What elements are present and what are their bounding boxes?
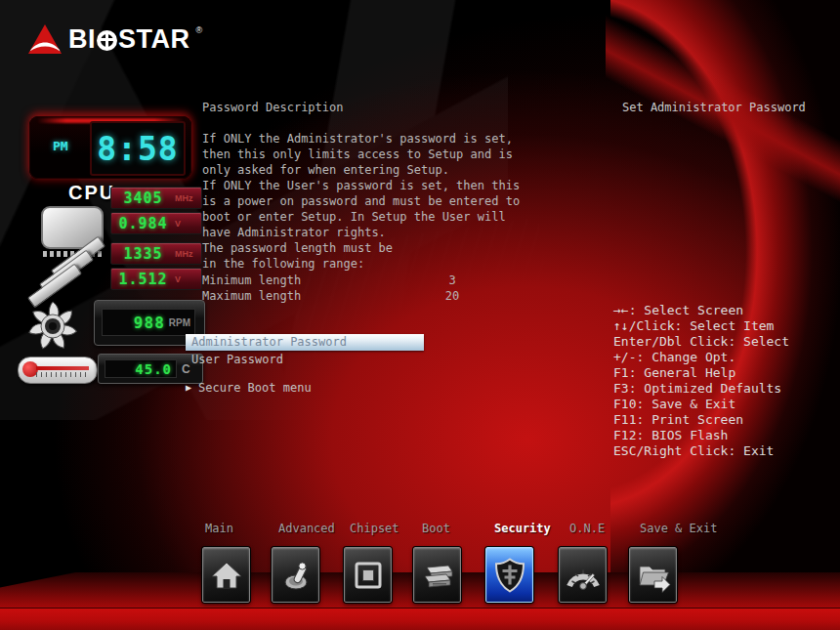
cpu-frequency-unit: MHz bbox=[175, 193, 201, 203]
clock-widget: PM 8:58 bbox=[29, 116, 191, 179]
tab-chipset[interactable]: Chipset bbox=[350, 522, 399, 535]
tab-main[interactable]: Main bbox=[205, 522, 233, 535]
menu-item-secure-boot[interactable]: ▶ Secure Boot menu bbox=[186, 380, 312, 396]
cpu-voltage-gauge: 0.984 V bbox=[110, 212, 202, 234]
minimum-length-value: 3 bbox=[440, 273, 465, 288]
maximum-length-value: 20 bbox=[440, 288, 465, 304]
fan-speed-unit: RPM bbox=[169, 317, 190, 328]
password-description-line: then this only limits access to Setup an… bbox=[202, 147, 525, 162]
password-description-line: is a power on password and must be enter… bbox=[202, 193, 525, 209]
cpu-voltage-value: 0.984 bbox=[111, 215, 175, 232]
memory-voltage-value: 1.512 bbox=[111, 271, 175, 288]
help-key-line: →←: Select Screen bbox=[613, 303, 789, 318]
cpu-frequency-gauge: 3405 MHz bbox=[110, 187, 202, 209]
password-description-line: If ONLY the User's password is set, then… bbox=[202, 178, 525, 193]
switch-icon bbox=[278, 558, 314, 593]
biostar-logo: BISTAR ® bbox=[27, 23, 202, 55]
bottom-shelf-front bbox=[0, 608, 840, 630]
password-description-body: If ONLY the Administrator's password is … bbox=[202, 131, 525, 272]
tab-icon-main[interactable] bbox=[202, 547, 250, 603]
clock-meridiem: PM bbox=[53, 139, 68, 153]
password-description-line: The password length must be bbox=[202, 240, 525, 256]
tab-icon-security[interactable] bbox=[485, 547, 533, 603]
hotkey-help-list: →←: Select Screen ↑↓/Click: Select Item … bbox=[613, 303, 789, 459]
help-key-line: ESC/Right Click: Exit bbox=[613, 443, 789, 459]
fan-speed-value: 988 bbox=[134, 314, 165, 332]
memory-frequency-gauge: 1335 MHz bbox=[110, 242, 202, 265]
biostar-logo-o-icon bbox=[97, 30, 117, 51]
tab-one[interactable]: O.N.E bbox=[569, 522, 605, 535]
biostar-triangle-icon bbox=[27, 23, 63, 55]
memory-frequency-value: 1335 bbox=[111, 245, 175, 263]
minimum-length-label: Minimum length bbox=[202, 273, 301, 287]
help-key-line: F12: BIOS Flash bbox=[613, 428, 789, 443]
temperature-value: 45.0 bbox=[135, 361, 172, 377]
help-key-line: Enter/Dbl Click: Select bbox=[613, 334, 789, 350]
help-key-line: +/-: Change Opt. bbox=[613, 350, 789, 365]
tab-icon-chipset[interactable] bbox=[344, 547, 392, 603]
help-key-line: F1: General Help bbox=[613, 365, 789, 381]
maximum-length-label: Maximum length bbox=[202, 289, 301, 303]
help-key-line: F3: Optimized Defaults bbox=[613, 381, 789, 397]
clock-display: 8:58 bbox=[90, 121, 186, 176]
tab-boot[interactable]: Boot bbox=[422, 522, 450, 535]
boot-drive-icon bbox=[419, 558, 456, 593]
password-description-title: Password Description bbox=[202, 101, 344, 114]
home-icon bbox=[209, 558, 244, 593]
thermometer-icon bbox=[18, 357, 98, 384]
password-description-line: If ONLY the Administrator's password is … bbox=[202, 131, 525, 147]
password-description-line: in the following range: bbox=[202, 256, 525, 272]
memory-frequency-unit: MHz bbox=[175, 249, 201, 259]
submenu-arrow-icon: ▶ bbox=[186, 380, 191, 396]
tab-icon-boot[interactable] bbox=[413, 547, 461, 603]
temperature-unit: C bbox=[182, 362, 190, 376]
tab-icon-advanced[interactable] bbox=[272, 547, 319, 603]
save-exit-folder-icon bbox=[635, 558, 672, 593]
maximum-length-row: Maximum length 20 bbox=[202, 288, 525, 304]
help-key-line: F11: Print Screen bbox=[613, 412, 789, 428]
memory-voltage-gauge: 1.512 V bbox=[110, 268, 202, 290]
password-description-line: boot or enter Setup. In Setup the User w… bbox=[202, 209, 525, 225]
fan-icon bbox=[21, 295, 84, 361]
password-description-line: only asked for when entering Setup. bbox=[202, 162, 525, 178]
cpu-label: CPU bbox=[68, 182, 115, 204]
menu-item-administrator-password[interactable]: Administrator Password bbox=[186, 334, 424, 351]
speedometer-icon bbox=[566, 558, 601, 593]
tab-security[interactable]: Security bbox=[494, 522, 551, 535]
password-description-line: have Administrator rights. bbox=[202, 225, 525, 240]
clock-time: 8:58 bbox=[97, 130, 178, 168]
memory-voltage-unit: V bbox=[175, 274, 201, 284]
tab-icon-one[interactable] bbox=[559, 547, 607, 603]
tab-save-exit[interactable]: Save & Exit bbox=[640, 522, 717, 535]
registered-trademark: ® bbox=[196, 25, 203, 35]
cpu-voltage-unit: V bbox=[175, 219, 201, 229]
cpu-frequency-value: 3405 bbox=[111, 189, 175, 207]
tab-icon-save-exit[interactable] bbox=[629, 547, 677, 603]
biostar-logo-text: BISTAR bbox=[68, 24, 190, 55]
minimum-length-row: Minimum length 3 bbox=[202, 273, 525, 288]
secure-boot-label: Secure Boot menu bbox=[198, 380, 312, 396]
help-key-line: ↑↓/Click: Select Item bbox=[613, 318, 789, 334]
bios-setup-screen: BISTAR ® PM 8:58 CPU 3405 MHz 0.984 V 13… bbox=[0, 0, 840, 630]
help-key-line: F10: Save & Exit bbox=[613, 397, 789, 412]
chipset-icon bbox=[351, 558, 386, 593]
menu-item-user-password[interactable]: User Password bbox=[191, 352, 283, 367]
item-help-title: Set Administrator Password bbox=[622, 101, 806, 114]
security-shield-icon bbox=[492, 557, 527, 594]
tab-advanced[interactable]: Advanced bbox=[278, 522, 335, 535]
